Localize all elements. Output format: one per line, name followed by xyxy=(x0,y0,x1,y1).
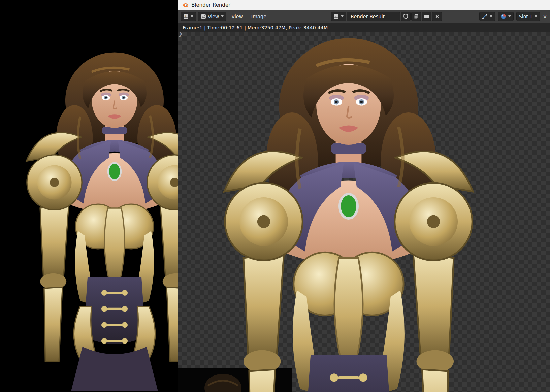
render-info-bar: Frame:1 | Time:00:12.61 | Mem:3250.47M, … xyxy=(178,23,550,32)
window-titlebar[interactable]: Blender Render xyxy=(178,0,550,10)
image-editor-icon: T xyxy=(183,14,189,19)
copy-icon xyxy=(414,14,419,19)
image-browse-button[interactable] xyxy=(331,12,346,21)
view-mode-dropdown[interactable]: View xyxy=(198,12,226,21)
display-channels-button[interactable] xyxy=(498,12,514,21)
close-x-icon xyxy=(435,14,439,19)
window-title: Blender Render xyxy=(191,2,230,8)
menu-view[interactable]: View xyxy=(228,14,246,19)
desktop: Blender Render T View View Image xyxy=(0,0,550,392)
sphere-icon xyxy=(500,13,506,19)
arrow-pin-icon xyxy=(482,13,488,19)
chevron-down-icon xyxy=(221,15,224,18)
rendered-character-main xyxy=(179,32,518,392)
chevron-down-icon xyxy=(190,15,193,18)
editor-type-button[interactable]: T xyxy=(181,12,196,21)
unlink-image-button[interactable] xyxy=(432,12,442,21)
header-right-group: Slot 1 V xyxy=(479,12,547,21)
render-stats-text: Frame:1 | Time:00:12.61 | Mem:3250.47M, … xyxy=(183,25,328,30)
image-editor-header: T View View Image xyxy=(178,10,550,23)
chevron-down-icon xyxy=(508,15,511,18)
shield-icon xyxy=(403,14,408,19)
view-mode-label: View xyxy=(208,14,219,19)
pin-toggle-button[interactable] xyxy=(479,12,495,21)
slot-label: Slot 1 xyxy=(519,14,532,19)
image-datablock-group: Render Result xyxy=(331,12,442,21)
image-datablock-icon xyxy=(333,14,339,19)
render-result-canvas[interactable]: ❯ xyxy=(178,32,550,392)
blender-logo-icon xyxy=(182,2,189,8)
menu-image[interactable]: Image xyxy=(248,14,269,19)
slot-selector[interactable]: Slot 1 xyxy=(516,12,540,21)
chevron-down-icon xyxy=(489,15,492,18)
open-image-button[interactable] xyxy=(422,12,431,21)
background-render-viewport xyxy=(0,0,178,392)
svg-text:T: T xyxy=(185,15,187,18)
folder-icon xyxy=(424,14,429,19)
blender-render-window: Blender Render T View View Image xyxy=(178,0,550,392)
truncated-menu-text: V xyxy=(543,14,547,19)
rendered-character-left xyxy=(0,36,178,391)
image-icon xyxy=(201,14,206,19)
image-name-field[interactable]: Render Result xyxy=(347,12,400,21)
duplicate-image-button[interactable] xyxy=(411,12,421,21)
fake-user-button[interactable] xyxy=(401,12,411,21)
chevron-down-icon xyxy=(341,15,344,18)
chevron-down-icon xyxy=(534,15,537,18)
